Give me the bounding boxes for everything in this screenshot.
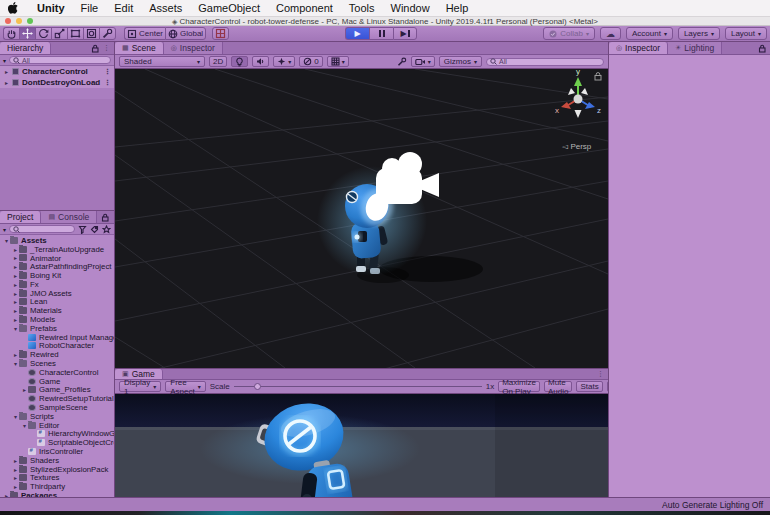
menu-item[interactable]: GameObject [190, 2, 268, 14]
tab-hierarchy[interactable]: Hierarchy [0, 42, 51, 54]
expand-arrow-icon[interactable]: ▸ [12, 316, 19, 323]
project-tree-item[interactable]: ▾ Scenes [0, 359, 114, 368]
project-tree-item[interactable]: ▾ Scripts [0, 412, 114, 421]
pivot-mode-button[interactable]: Center [124, 27, 165, 40]
menu-item[interactable]: Window [383, 2, 438, 14]
project-tree-item[interactable]: ▸ JMO Assets [0, 289, 114, 298]
persp-indicator[interactable]: ◅ Persp [561, 142, 592, 151]
layers-dropdown[interactable]: Layers▾ [678, 27, 720, 40]
project-tree-item[interactable]: SampleScene [0, 403, 114, 412]
expand-arrow-icon[interactable]: ▸ [12, 466, 19, 473]
expand-arrow-icon[interactable]: ▸ [12, 246, 19, 253]
stats-toggle[interactable]: Stats [576, 381, 602, 392]
hierarchy-empty-area[interactable] [0, 99, 114, 210]
expand-arrow-icon[interactable]: ▸ [3, 79, 10, 86]
project-tree-item[interactable]: ▸ Models [0, 315, 114, 324]
tab-inspector[interactable]: ◎Inspector [609, 42, 668, 54]
project-tree-item[interactable]: Game [0, 377, 114, 386]
project-search-input[interactable] [9, 225, 75, 233]
lighting-status-message[interactable]: Auto Generate Lighting Off [662, 500, 770, 510]
expand-arrow-icon[interactable]: ▸ [3, 68, 10, 75]
project-tree-item[interactable]: ▸ Game_Profiles [0, 386, 114, 395]
project-tree-item[interactable]: ▾ Assets [0, 236, 114, 245]
scale-slider-thumb[interactable] [254, 383, 261, 390]
scene-camera-dropdown[interactable]: ▾ [411, 56, 435, 67]
expand-arrow-icon[interactable]: ▸ [12, 263, 19, 270]
project-tree-item[interactable]: RobotCharacter [0, 342, 114, 351]
move-tool-button[interactable] [19, 27, 35, 40]
menu-item[interactable]: Component [268, 2, 341, 14]
expand-arrow-icon[interactable]: ▾ [3, 237, 10, 244]
scene-search-input[interactable]: All [486, 58, 604, 66]
pivot-rotation-button[interactable]: Global [165, 27, 206, 40]
save-search-icon[interactable] [102, 225, 111, 234]
scene-audio-toggle[interactable] [252, 56, 269, 67]
project-tree-item[interactable]: ▸ Thirdparty [0, 482, 114, 491]
project-tree-item[interactable]: ▸ AstarPathfindingProject [0, 262, 114, 271]
cloud-button[interactable]: ☁ [600, 27, 621, 40]
mute-audio-toggle[interactable]: Mute Audio [544, 381, 572, 392]
play-button[interactable]: ▶ [345, 27, 369, 40]
expand-arrow-icon[interactable]: ▸ [12, 457, 19, 464]
search-by-type-icon[interactable] [78, 225, 87, 234]
project-tree-item[interactable]: ▸ Animator [0, 254, 114, 263]
expand-arrow-icon[interactable]: ▸ [12, 351, 19, 358]
expand-arrow-icon[interactable]: ▸ [21, 386, 28, 393]
project-tree-item[interactable]: ▸ Fx [0, 280, 114, 289]
scale-slider[interactable] [234, 386, 482, 387]
scene-grid-dropdown[interactable]: ▾ [327, 56, 349, 67]
search-by-label-icon[interactable] [90, 225, 99, 234]
scene-lighting-toggle[interactable] [231, 56, 248, 67]
tab-console[interactable]: ▤Console [41, 211, 97, 223]
create-dropdown-icon[interactable]: ▾ [3, 57, 6, 64]
layout-dropdown[interactable]: Layout▾ [725, 27, 767, 40]
lock-icon[interactable] [101, 213, 109, 222]
expand-arrow-icon[interactable]: ▸ [12, 474, 19, 481]
project-tree-item[interactable]: IrisController [0, 447, 114, 456]
game-viewport[interactable] [115, 394, 608, 497]
project-tree-item[interactable]: ▸ Textures [0, 474, 114, 483]
project-tree-item[interactable]: ▸ _TerrainAutoUpgrade [0, 245, 114, 254]
hand-tool-button[interactable] [3, 27, 19, 40]
scale-tool-button[interactable] [51, 27, 67, 40]
step-button[interactable]: ▶ [393, 27, 417, 40]
project-tree-item[interactable]: Rewired Input Manager [0, 333, 114, 342]
pause-button[interactable] [369, 27, 393, 40]
expand-arrow-icon[interactable]: ▸ [12, 272, 19, 279]
collab-dropdown[interactable]: Collab▾ [543, 27, 595, 40]
expand-arrow-icon[interactable]: ▸ [12, 254, 19, 261]
lock-icon[interactable] [758, 44, 766, 53]
menu-item[interactable]: Help [438, 2, 477, 14]
hierarchy-search-input[interactable]: All [9, 56, 111, 64]
display-dropdown[interactable]: Display 1▾ [119, 381, 161, 392]
account-dropdown[interactable]: Account▾ [626, 27, 673, 40]
transform-tool-button[interactable] [83, 27, 99, 40]
lock-icon[interactable] [91, 44, 99, 53]
create-dropdown-icon[interactable]: ▾ [3, 226, 6, 233]
menu-item[interactable]: Assets [141, 2, 190, 14]
hierarchy-item[interactable]: ▸ CharacterControl ⋮ [0, 66, 114, 77]
project-tree-item[interactable]: ▸ StylizedExplosionPack [0, 465, 114, 474]
project-tree-item[interactable]: ▸ Shaders [0, 456, 114, 465]
scene-visibility-toggle[interactable]: 0 [299, 56, 322, 67]
menu-item[interactable]: Edit [106, 2, 141, 14]
scene-viewport[interactable]: y x z ◅ Persp [115, 69, 608, 368]
inspector-empty-body[interactable] [609, 55, 770, 497]
project-tree-item[interactable]: ▾ Editor [0, 421, 114, 430]
project-tree-item[interactable]: ScriptableObjectCreator [0, 438, 114, 447]
rect-tool-button[interactable] [67, 27, 83, 40]
menu-item[interactable]: Tools [341, 2, 383, 14]
expand-arrow-icon[interactable]: ▾ [12, 325, 19, 332]
kebab-menu-icon[interactable]: ⋮ [103, 44, 110, 52]
rotate-tool-button[interactable] [35, 27, 51, 40]
expand-arrow-icon[interactable]: ▸ [12, 483, 19, 490]
custom-tools-button[interactable] [99, 27, 116, 40]
project-tree-item[interactable]: RewiredSetupTutorial [0, 394, 114, 403]
2d-toggle[interactable]: 2D [209, 56, 227, 67]
maximize-on-play-toggle[interactable]: Maximize On Play [498, 381, 540, 392]
project-tree-item[interactable]: HierarchyWindowGroupHea [0, 430, 114, 439]
project-tree-item[interactable]: ▸ Lean [0, 298, 114, 307]
tab-scene[interactable]: ▦Scene [115, 42, 164, 54]
aspect-dropdown[interactable]: Free Aspect▾ [165, 381, 205, 392]
tab-lighting[interactable]: ☀Lighting [668, 42, 722, 54]
